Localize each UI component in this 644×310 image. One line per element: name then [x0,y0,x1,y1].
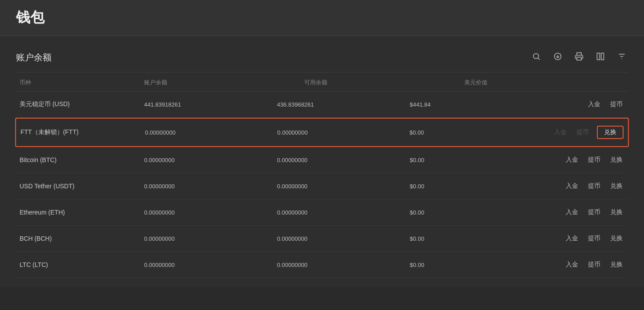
exchange-button[interactable]: 兑换 [608,155,624,165]
table-row: Bitcoin (BTC) 0.00000000 0.00000000 $0.0… [16,147,628,173]
download-icon[interactable] [551,50,564,65]
withdraw-button[interactable]: 提币 [586,155,602,165]
usd-value: $0.00 [406,157,539,163]
currency-name: 美元稳定币 (USD) [16,100,141,108]
withdraw-button[interactable]: 提币 [608,99,624,109]
currency-name: USD Tether (USDT) [16,183,141,190]
table-row: USD Tether (USDT) 0.00000000 0.00000000 … [16,173,628,199]
table-row: BCH (BCH) 0.00000000 0.00000000 $0.00 入金… [16,226,628,252]
usd-value: $0.00 [406,209,539,216]
deposit-button[interactable]: 入金 [564,260,580,270]
deposit-button[interactable]: 入金 [564,234,580,243]
svg-rect-4 [577,57,581,60]
search-icon[interactable] [530,50,543,65]
withdraw-button[interactable]: 提币 [586,260,602,270]
balance-value: 0.00000000 [141,209,274,216]
withdraw-button[interactable]: 提币 [586,207,602,217]
svg-point-0 [533,53,539,59]
section-header: 账户余额 [16,45,628,72]
balance-value: 0.00000000 [141,157,274,163]
available-value: 0.00000000 [274,209,407,216]
usd-value: $0.00 [406,235,539,242]
row-actions: 入金 提币 兑换 [539,155,628,165]
currency-name: LTC (LTC) [16,261,141,268]
available-value: 0.00000000 [274,262,407,268]
currency-name: BCH (BCH) [16,235,141,242]
section-title: 账户余额 [16,52,52,64]
table-row: 美元稳定币 (USD) 441.83918261 436.83968261 $4… [16,91,628,118]
col-header-balance: 账户余额 [141,79,301,87]
row-actions: 入金 提币 兑换 [539,260,628,270]
usd-value: $441.84 [406,101,539,108]
available-value: 0.00000000 [274,157,407,163]
main-content: 账户余额 [0,36,644,287]
table-row: LTC (LTC) 0.00000000 0.00000000 $0.00 入金… [16,252,628,278]
col-header-actions [621,79,628,87]
table-row: Ethereum (ETH) 0.00000000 0.00000000 $0.… [16,199,628,226]
exchange-button[interactable]: 兑换 [608,181,624,191]
withdraw-button[interactable]: 提币 [586,234,602,243]
filter-icon[interactable] [616,50,628,65]
svg-rect-5 [597,53,600,60]
currency-name: Ethereum (ETH) [16,209,141,216]
row-actions: 入金 提币 [539,99,628,109]
table-body: 美元稳定币 (USD) 441.83918261 436.83968261 $4… [16,91,628,278]
usd-value: $0.00 [406,129,538,136]
currency-name: FTT（未解锁）(FTT) [17,128,141,136]
row-actions: 入金 提币 兑换 [539,207,628,217]
deposit-button[interactable]: 入金 [564,181,580,191]
withdraw-button[interactable]: 提币 [586,181,602,191]
page-header: 钱包 [0,0,644,36]
deposit-button[interactable]: 入金 [564,207,580,217]
balance-table: 币种 账户余额 可用余额 美元价值 美元稳定币 (USD) 441.839182… [16,72,628,278]
balance-value: 0.00000000 [141,183,274,190]
svg-line-1 [538,58,540,60]
deposit-button[interactable]: 入金 [564,155,580,165]
available-value: 0.00000000 [274,235,407,242]
balance-value: 441.83918261 [141,101,274,108]
balance-value: 0.00000000 [141,235,274,242]
col-header-currency: 币种 [16,79,141,87]
col-header-usd: 美元价值 [461,79,621,87]
usd-value: $0.00 [406,183,539,190]
columns-icon[interactable] [594,50,607,65]
row-actions: 入金 提币 兑换 [539,234,628,243]
withdraw-button: 提币 [575,127,591,137]
print-icon[interactable] [573,50,585,65]
available-value: 0.00000000 [274,129,406,136]
balance-value: 0.00000000 [141,262,274,268]
row-actions: 入金 提币 兑换 [538,126,627,139]
available-value: 0.00000000 [274,183,407,190]
deposit-button[interactable]: 入金 [586,99,602,109]
balance-value: 0.00000000 [141,129,274,136]
table-header: 币种 账户余额 可用余额 美元价值 [16,72,628,91]
deposit-button: 入金 [552,127,568,137]
toolbar-icons [530,50,628,65]
page-title: 钱包 [16,8,628,28]
usd-value: $0.00 [406,262,539,268]
exchange-button[interactable]: 兑换 [608,260,624,270]
row-actions: 入金 提币 兑换 [539,181,628,191]
table-row: FTT（未解锁）(FTT) 0.00000000 0.00000000 $0.0… [15,118,629,147]
exchange-button[interactable]: 兑换 [597,126,624,139]
exchange-button[interactable]: 兑换 [608,207,624,217]
svg-rect-6 [601,53,604,60]
col-header-available: 可用余额 [301,79,461,87]
currency-name: Bitcoin (BTC) [16,156,141,163]
available-value: 436.83968261 [274,101,407,108]
exchange-button[interactable]: 兑换 [608,234,624,243]
